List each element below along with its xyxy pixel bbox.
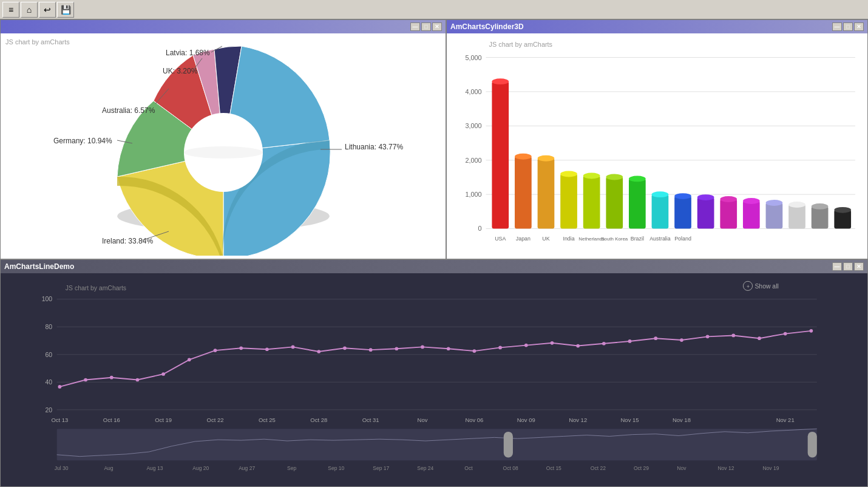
svg-point-83 [58, 385, 62, 389]
svg-text:Jul 30: Jul 30 [55, 465, 69, 471]
home-button[interactable]: ⌂ [21, 2, 38, 18]
svg-text:Aug 27: Aug 27 [239, 465, 255, 471]
pie-chart-container: Lithuania: 43.77% Ireland: 33.84% German… [1, 33, 446, 259]
svg-point-107 [680, 338, 683, 342]
save-button[interactable]: 💾 [57, 2, 74, 18]
main-area: — □ ✕ JS chart by amCharts [0, 19, 868, 487]
svg-point-101 [524, 344, 528, 347]
svg-point-59 [743, 198, 760, 204]
svg-text:Germany: 10.94%: Germany: 10.94% [53, 137, 112, 145]
svg-text:Latvia: 1.68%: Latvia: 1.68% [166, 49, 210, 57]
svg-text:Poland: Poland [674, 236, 691, 242]
svg-point-91 [265, 347, 269, 351]
svg-text:Nov 15: Nov 15 [621, 417, 639, 423]
pie-close-button[interactable]: ✕ [432, 22, 442, 31]
line-chart-svg: JS chart by amCharts + Show all 100 80 6… [1, 273, 867, 486]
svg-text:+: + [747, 284, 750, 290]
svg-rect-128 [504, 432, 513, 458]
svg-point-95 [369, 348, 373, 352]
bar-window-title: AmChartsCylinder3D [450, 22, 524, 31]
svg-text:5,000: 5,000 [465, 54, 481, 61]
pie-chart-body: JS chart by amCharts [1, 33, 446, 259]
svg-text:Nov 06: Nov 06 [465, 417, 483, 423]
svg-point-93 [317, 350, 320, 353]
svg-point-55 [697, 194, 714, 200]
svg-text:4,000: 4,000 [465, 88, 481, 95]
svg-rect-45 [629, 179, 646, 228]
svg-text:Lithuania: 43.77%: Lithuania: 43.77% [345, 143, 403, 151]
line-minimize-button[interactable]: — [832, 262, 842, 271]
svg-point-65 [812, 203, 829, 209]
svg-rect-58 [743, 201, 760, 229]
bar-minimize-button[interactable]: — [832, 22, 842, 31]
svg-rect-54 [697, 197, 714, 228]
menu-button[interactable]: ≡ [2, 2, 19, 18]
svg-point-57 [720, 196, 737, 202]
svg-text:Nov: Nov [677, 465, 687, 471]
svg-text:Aug: Aug [104, 465, 113, 471]
svg-point-104 [602, 342, 606, 346]
pie-chart-svg: Lithuania: 43.77% Ireland: 33.84% German… [5, 37, 442, 256]
svg-text:Oct 22: Oct 22 [591, 465, 606, 471]
svg-point-97 [421, 346, 424, 349]
svg-text:Show all: Show all [754, 283, 778, 290]
svg-point-61 [766, 200, 783, 206]
svg-point-106 [654, 336, 657, 340]
svg-text:Oct: Oct [464, 465, 473, 471]
svg-point-109 [731, 334, 735, 338]
svg-point-112 [810, 329, 813, 333]
svg-point-49 [652, 191, 669, 197]
pie-window-titlebar: — □ ✕ [1, 20, 446, 33]
svg-text:UK: UK [542, 236, 549, 242]
pie-maximize-button[interactable]: □ [421, 22, 431, 31]
svg-text:Nov 19: Nov 19 [762, 465, 779, 471]
svg-text:Sep: Sep [287, 465, 296, 471]
bar-window-titlebar: AmChartsCylinder3D — □ ✕ [447, 20, 867, 33]
svg-point-98 [447, 347, 450, 350]
line-maximize-button[interactable]: □ [843, 262, 853, 271]
svg-text:Australia: Australia [649, 236, 671, 242]
bar-maximize-button[interactable]: □ [843, 22, 853, 31]
line-window-controls: — □ ✕ [832, 262, 864, 271]
bar-chart-window: AmChartsCylinder3D — □ ✕ JS chart by amC… [446, 19, 868, 259]
svg-text:20: 20 [45, 407, 52, 414]
svg-text:Sep 17: Sep 17 [373, 465, 389, 471]
svg-rect-60 [766, 203, 783, 229]
svg-text:South Korea: South Korea [601, 236, 628, 242]
svg-text:Oct 16: Oct 16 [103, 417, 120, 423]
svg-rect-129 [808, 432, 817, 458]
line-window-titlebar: AmChartsLineDemo — □ ✕ [1, 260, 867, 273]
line-close-button[interactable]: ✕ [854, 262, 864, 271]
svg-point-88 [188, 358, 191, 361]
svg-text:Oct 31: Oct 31 [362, 417, 379, 423]
svg-rect-51 [674, 196, 691, 228]
pie-chart-window: — □ ✕ JS chart by amCharts [0, 19, 446, 259]
svg-text:Oct 25: Oct 25 [259, 417, 276, 423]
svg-text:Australia: 6.57%: Australia: 6.57% [102, 106, 155, 115]
svg-point-92 [291, 346, 295, 349]
bar-chart-body: JS chart by amCharts 5,000 4,000 3,000 2… [447, 33, 867, 259]
svg-rect-27 [492, 81, 509, 228]
back-button[interactable]: ↩ [39, 2, 56, 18]
svg-point-28 [492, 78, 509, 84]
svg-text:40: 40 [45, 379, 52, 386]
svg-point-110 [758, 336, 761, 340]
svg-text:Aug 20: Aug 20 [192, 465, 209, 471]
svg-text:Nov 12: Nov 12 [569, 417, 587, 423]
svg-point-43 [606, 174, 623, 180]
svg-text:Aug 13: Aug 13 [146, 465, 163, 471]
svg-point-105 [628, 339, 632, 343]
svg-point-31 [515, 154, 532, 160]
bar-close-button[interactable]: ✕ [854, 22, 864, 31]
svg-text:3,000: 3,000 [465, 122, 481, 129]
svg-rect-64 [812, 206, 829, 229]
svg-text:Nov 12: Nov 12 [717, 465, 734, 471]
svg-point-63 [788, 202, 805, 208]
svg-text:UK: 3.20%: UK: 3.20% [163, 67, 198, 75]
svg-point-52 [674, 193, 691, 199]
svg-text:JS chart by amCharts: JS chart by amCharts [66, 285, 126, 291]
svg-rect-30 [515, 157, 532, 229]
svg-rect-62 [788, 205, 805, 229]
pie-minimize-button[interactable]: — [410, 22, 420, 31]
svg-point-90 [239, 346, 243, 350]
